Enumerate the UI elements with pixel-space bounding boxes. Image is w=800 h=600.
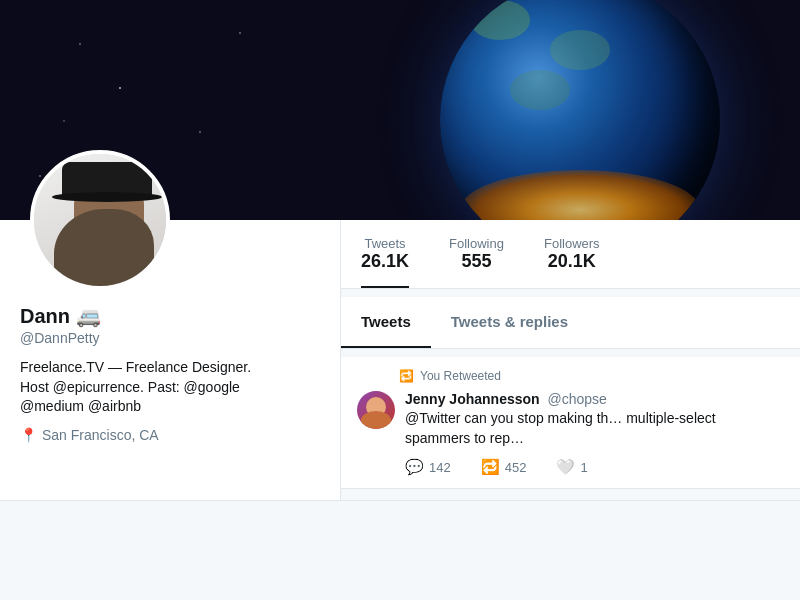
tweet-handle: @chopse [547, 391, 606, 407]
reply-count: 142 [429, 460, 451, 475]
tweet-user-line: Jenny Johannesson @chopse [405, 391, 784, 407]
stat-following-value: 555 [449, 251, 504, 272]
stat-tweets-label: Tweets [361, 236, 409, 251]
right-panel: Tweets 26.1K Following 555 Followers 20.… [341, 220, 800, 500]
avatar-image [34, 154, 166, 286]
location-text: San Francisco, CA [42, 427, 159, 443]
tweet-text: @Twitter can you stop making th… multipl… [405, 409, 784, 448]
stat-following-label: Following [449, 236, 504, 251]
retweet-label: 🔁 You Retweeted [399, 369, 784, 383]
tweet-user-avatar[interactable] [357, 391, 395, 429]
stat-followers-value: 20.1K [544, 251, 600, 272]
bio-line3: @medium @airbnb [20, 398, 141, 414]
retweet-action[interactable]: 🔁 452 [481, 458, 527, 476]
tweet-content: Jenny Johannesson @chopse @Twitter can y… [357, 391, 784, 476]
reply-action[interactable]: 💬 142 [405, 458, 451, 476]
tweet-username: Jenny Johannesson [405, 391, 540, 407]
earth-visual [400, 10, 740, 220]
avatar [30, 150, 170, 290]
stat-following[interactable]: Following 555 [449, 236, 504, 288]
like-icon: 🤍 [556, 458, 575, 476]
stat-tweets[interactable]: Tweets 26.1K [361, 236, 409, 288]
like-action[interactable]: 🤍 1 [556, 458, 587, 476]
stat-tweets-value: 26.1K [361, 251, 409, 272]
stat-followers-label: Followers [544, 236, 600, 251]
tab-tweets[interactable]: Tweets [341, 297, 431, 348]
location-icon: 📍 [20, 427, 37, 443]
profile-handle: @DannPetty [20, 330, 320, 346]
retweet-count: 452 [505, 460, 527, 475]
retweet-label-text: You Retweeted [420, 369, 501, 383]
left-panel: Dann 🚐 @DannPetty Freelance.TV — Freelan… [0, 220, 340, 500]
stat-followers[interactable]: Followers 20.1K [544, 236, 600, 288]
stats-bar: Tweets 26.1K Following 555 Followers 20.… [341, 220, 800, 289]
tweet-actions: 💬 142 🔁 452 🤍 1 [405, 458, 784, 476]
profile-location: 📍 San Francisco, CA [20, 427, 320, 443]
reply-icon: 💬 [405, 458, 424, 476]
tweet-body: Jenny Johannesson @chopse @Twitter can y… [405, 391, 784, 476]
profile-section: Dann 🚐 @DannPetty Freelance.TV — Freelan… [0, 220, 800, 501]
tab-tweets-replies[interactable]: Tweets & replies [431, 297, 588, 348]
bio-line2: Host @epicurrence. Past: @google [20, 379, 240, 395]
bio-line1: Freelance.TV — Freelance Designer. [20, 359, 251, 375]
tweet-card: 🔁 You Retweeted Jenny Johannesson @chops… [341, 357, 800, 489]
hat-brim [52, 192, 162, 202]
profile-name: Dann 🚐 [20, 304, 320, 328]
retweet-icon: 🔁 [481, 458, 500, 476]
retweet-small-icon: 🔁 [399, 369, 414, 383]
tabs-bar: Tweets Tweets & replies [341, 297, 800, 349]
like-count: 1 [580, 460, 587, 475]
earth-circle [440, 0, 720, 220]
profile-bio: Freelance.TV — Freelance Designer. Host … [20, 358, 320, 417]
